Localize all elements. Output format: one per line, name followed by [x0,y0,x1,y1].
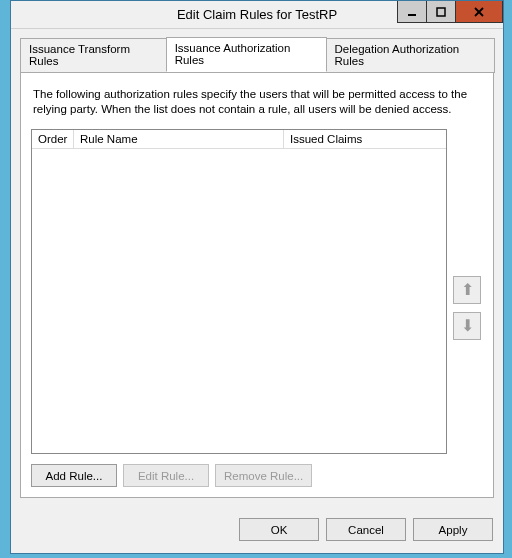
arrow-down-icon: ⬇ [461,316,474,335]
order-arrows: ⬆ ⬇ [453,129,483,487]
list-wrap: Order Rule Name Issued Claims Add Rule..… [31,129,447,487]
tab-panel: The following authorization rules specif… [20,72,494,498]
rules-list[interactable]: Order Rule Name Issued Claims [31,129,447,454]
column-issued-claims[interactable]: Issued Claims [284,130,446,149]
edit-rule-button: Edit Rule... [123,464,209,487]
tab-strip: Issuance Transform Rules Issuance Author… [20,37,494,72]
column-order[interactable]: Order [32,130,74,149]
maximize-button[interactable] [426,1,456,23]
add-rule-button[interactable]: Add Rule... [31,464,117,487]
column-rule-name[interactable]: Rule Name [74,130,284,149]
cancel-button[interactable]: Cancel [326,518,406,541]
svg-rect-1 [437,8,445,16]
tab-delegation-authorization[interactable]: Delegation Authorization Rules [326,38,495,73]
main-area: Order Rule Name Issued Claims Add Rule..… [31,129,483,487]
arrow-up-icon: ⬆ [461,280,474,299]
list-header: Order Rule Name Issued Claims [32,130,446,149]
titlebar: Edit Claim Rules for TestRP [11,1,503,29]
dialog-footer: OK Cancel Apply [11,506,503,553]
minimize-button[interactable] [397,1,427,23]
dialog-window: Edit Claim Rules for TestRP Issuance Tra… [10,0,504,554]
remove-rule-button: Remove Rule... [215,464,312,487]
ok-button[interactable]: OK [239,518,319,541]
rule-buttons: Add Rule... Edit Rule... Remove Rule... [31,464,447,487]
content-area: Issuance Transform Rules Issuance Author… [11,29,503,506]
apply-button[interactable]: Apply [413,518,493,541]
tab-issuance-authorization[interactable]: Issuance Authorization Rules [166,37,327,72]
panel-description: The following authorization rules specif… [33,87,481,117]
move-up-button: ⬆ [453,276,481,304]
tab-issuance-transform[interactable]: Issuance Transform Rules [20,38,167,73]
move-down-button: ⬇ [453,312,481,340]
window-controls [398,1,503,23]
close-button[interactable] [455,1,503,23]
